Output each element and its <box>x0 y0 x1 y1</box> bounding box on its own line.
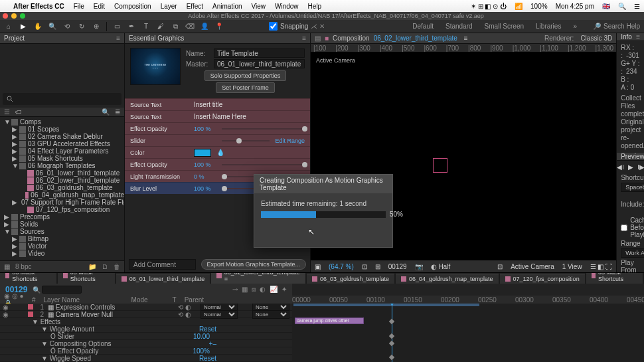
preview-title[interactable]: Preview <box>621 153 644 160</box>
play-icon[interactable]: ▶ <box>628 163 633 171</box>
project-item[interactable]: ▶Solids <box>0 221 124 228</box>
project-item[interactable]: ▶04 Effect Layer Parameters <box>0 147 124 155</box>
zoom-percent[interactable]: (64.7 %) <box>329 263 354 270</box>
work-area-bar[interactable] <box>293 304 479 306</box>
app-menu[interactable]: After Effects CC <box>13 3 64 10</box>
keyframe-icon[interactable] <box>389 341 394 346</box>
eg-property[interactable]: Color💧 <box>125 146 310 158</box>
workspace-more-icon[interactable]: » <box>573 23 577 30</box>
project-item[interactable]: ▼06 Mograph Templates <box>0 162 124 169</box>
project-title[interactable]: Project <box>4 35 25 42</box>
project-item[interactable]: ▶01 Scopes <box>0 126 124 133</box>
master-select[interactable]: 06_01_lower_third_template <box>214 59 305 68</box>
zoom-tool-icon[interactable]: 🔍 <box>48 22 57 31</box>
interpret-icon[interactable]: ▦ <box>4 263 10 270</box>
trash-icon[interactable]: 🗑 <box>114 263 120 270</box>
pen-tool-icon[interactable]: ✒ <box>127 22 136 31</box>
panel-menu-icon[interactable]: ≡ <box>464 35 468 42</box>
project-item[interactable]: ▶03 GPU Accelerated Effects <box>0 140 124 147</box>
tl-graph-icon[interactable]: 📈 <box>270 286 278 294</box>
project-sort-icon[interactable]: ≣ <box>115 108 120 116</box>
timeline-tab[interactable]: 06_01_lower_third_template <box>116 274 210 284</box>
timeline-property[interactable]: Ö Slider10.00 <box>0 333 292 340</box>
project-search2-icon[interactable]: 🔍 <box>102 108 110 116</box>
snapping-checkbox[interactable] <box>269 22 278 31</box>
traffic-lights[interactable] <box>3 13 25 19</box>
poster-button[interactable]: Set Poster Frame <box>216 82 275 93</box>
search-help[interactable]: Search Help <box>604 23 640 30</box>
eg-property[interactable]: SliderEdit Range <box>125 134 310 146</box>
anchor-tool-icon[interactable]: ⊕ <box>92 22 101 31</box>
layer-clip[interactable]: camera jump drives other distortions <box>295 317 364 324</box>
menu-view[interactable]: View <box>252 3 266 10</box>
tl-draft3d-icon[interactable]: ▦ <box>242 286 248 294</box>
panel-menu-icon[interactable]: ≡ <box>302 35 306 42</box>
add-comment-field[interactable]: Add Comment <box>129 259 196 270</box>
rotate-tool-icon[interactable]: ↻ <box>77 22 86 31</box>
keyframe-icon[interactable] <box>389 333 394 339</box>
name-field[interactable]: Title Template <box>214 48 305 58</box>
keyframe-icon[interactable] <box>389 319 394 324</box>
solo-button[interactable]: Solo Supported Properties <box>204 70 287 81</box>
alpha-icon[interactable]: ▣ <box>315 263 321 270</box>
project-item[interactable]: 06_02_lower_third_template <box>0 177 124 184</box>
bpc-toggle[interactable]: 8 bpc <box>15 263 31 270</box>
new-comp-icon[interactable]: 🗋 <box>102 263 108 270</box>
panel-menu-icon[interactable]: ≡ <box>636 33 640 41</box>
project-item[interactable]: ▶Video <box>0 250 124 257</box>
tl-brainstorm-icon[interactable]: ✦ <box>282 286 287 294</box>
text-tool-icon[interactable]: T <box>141 22 151 31</box>
menu-layer[interactable]: Layer <box>161 3 177 10</box>
info-title[interactable]: Info <box>621 33 632 41</box>
stamp-tool-icon[interactable]: ⧉ <box>171 22 180 31</box>
project-item[interactable]: ▶Vector <box>0 242 124 250</box>
home-icon[interactable]: ⌂ <box>4 22 13 31</box>
timeline-ruler[interactable]: 0000000050001000015000200002500030000350… <box>292 296 644 304</box>
eg-property[interactable]: Effect Opacity100 % <box>125 158 310 170</box>
orbit-tool-icon[interactable]: ⟲ <box>62 22 72 31</box>
transparency-icon[interactable]: ⊡ <box>497 263 503 270</box>
timeline-property[interactable]: Ö Effect Opacity100% <box>0 347 292 355</box>
wifi-icon[interactable]: 📶 <box>515 3 523 10</box>
resolution-select[interactable]: Half <box>431 263 451 270</box>
timeline-tracks[interactable]: camera jump drives other distortions <box>292 304 644 362</box>
prev-frame-icon[interactable]: ◀Ⅰ <box>617 163 624 171</box>
timeline-tabs[interactable]: 03 Mask Shortcuts05 Mask Shortcuts06_01_… <box>0 273 644 284</box>
menu-help[interactable]: Help <box>308 3 322 10</box>
keyframe-icon[interactable] <box>389 355 394 360</box>
panel-menu-icon[interactable]: ≡ <box>116 35 120 42</box>
eg-title[interactable]: Essential Graphics <box>129 35 184 42</box>
project-item[interactable]: ▼Sources <box>0 228 124 235</box>
timeline-layer[interactable]: ◉1▦ Expression Controls⟲ ◐NormalNone <box>0 304 292 311</box>
project-tree[interactable]: ▼Comps▶01 Scopes▶02 Camera Shake Deblur▶… <box>0 117 124 260</box>
workspace-smallscreen[interactable]: Small Screen <box>485 23 524 30</box>
project-item[interactable]: 06_04_goldrush_map_template <box>0 191 124 199</box>
roto-tool-icon[interactable]: 👤 <box>200 22 209 31</box>
comp-foot-more-icon[interactable]: ☰ ◧ ⛶ <box>590 263 613 270</box>
notif-icon[interactable]: ☰ <box>634 3 640 10</box>
shortcut-select[interactable]: Spacebar <box>621 183 644 192</box>
timeline-tab[interactable]: 06_02_lower_third_template ≡ <box>211 273 305 284</box>
foot-timecode[interactable]: 00129 <box>388 263 407 270</box>
timeline-tab[interactable]: 06_03_goldrush_template <box>307 274 394 284</box>
rgn-icon[interactable]: ⊡ <box>362 263 367 270</box>
project-item[interactable]: 06_01_lower_third_template <box>0 169 124 177</box>
project-item[interactable]: ▶02 Camera Shake Deblur <box>0 133 124 140</box>
menu-effect[interactable]: Effect <box>187 3 203 10</box>
eraser-tool-icon[interactable]: ⌫ <box>185 22 195 31</box>
menu-window[interactable]: Window <box>275 3 299 10</box>
timeline-search[interactable] <box>42 286 82 294</box>
workspace-default[interactable]: Default <box>412 23 434 30</box>
timeline-property[interactable]: ▼ Wiggle AmountReset <box>0 325 292 333</box>
project-tag-icon[interactable]: 🏷 <box>15 108 22 116</box>
tl-shy-icon[interactable]: ⊸ <box>232 286 238 294</box>
hand-tool-icon[interactable]: ✋ <box>33 22 42 31</box>
project-item[interactable]: ▶05 Mask Shortcuts <box>0 155 124 162</box>
spotlight-icon[interactable]: 🔍 <box>618 3 626 10</box>
menu-composition[interactable]: Composition <box>114 3 151 10</box>
project-list-icon[interactable]: ☰ <box>4 108 10 116</box>
project-item[interactable]: 07_120_fps_composition <box>0 206 124 213</box>
export-template-button[interactable]: Export Motion Graphics Template... <box>201 259 306 270</box>
eg-property[interactable]: Effect Opacity100 % <box>125 122 310 134</box>
tl-frameblend-icon[interactable]: ⧈ <box>252 286 256 294</box>
